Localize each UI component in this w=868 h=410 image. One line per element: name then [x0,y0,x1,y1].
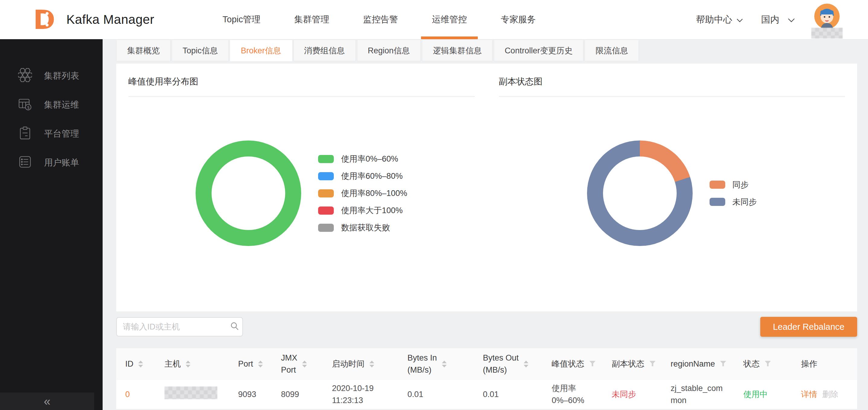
sort-icon[interactable] [138,361,143,368]
table-header-row: ID 主机 Port JMX Port 启动时间 Bytes In (MB/s) [116,348,857,380]
start-time-cell: 2020-10-19 11:23:13 [332,383,407,406]
leader-rebalance-button[interactable]: Leader Rebalance [760,317,857,337]
app-title: Kafka Manager [66,12,154,27]
sidebar-item-user-billing[interactable]: 用户账单 [0,148,103,177]
legend-item[interactable]: 使用率大于100% [318,205,407,216]
filter-icon[interactable] [765,360,771,369]
chevron-down-icon [788,14,795,25]
legend-swatch [710,180,725,189]
bytes-in-cell: 0.01 [407,388,483,400]
search-input[interactable] [123,322,230,332]
sidebar-item-cluster-list[interactable]: 集群列表 [0,62,103,91]
sort-icon[interactable] [442,361,447,368]
legend-item[interactable]: 使用率80%–100% [318,188,407,199]
column-header-port[interactable]: Port [238,358,281,370]
broker-id-link[interactable]: 0 [125,390,130,399]
column-header-jmx-port[interactable]: JMX Port [281,352,332,376]
nav-item-cluster[interactable]: 集群管理 [277,0,346,39]
detail-action-link[interactable]: 详情 [801,390,817,399]
peak-usage-donut-chart [195,140,301,246]
collapse-chevrons-icon: « [44,395,51,407]
top-header: D Kafka Manager Topic管理 集群管理 监 [0,0,868,39]
chart-title: 副本状态图 [499,76,845,88]
column-header-status[interactable]: 状态 [743,358,801,370]
nav-item-monitor[interactable]: 监控告警 [346,0,415,39]
nav-item-ops[interactable]: 运维管控 [415,0,484,39]
nav-item-topic[interactable]: Topic管理 [206,0,277,39]
delete-action-link[interactable]: 删除 [822,390,838,399]
legend-item[interactable]: 使用率0%–60% [318,153,407,164]
legend-item[interactable]: 数据获取失败 [318,222,407,233]
sidebar-item-cluster-ops[interactable]: $ 集群运维 [0,91,103,119]
tab-topic-info[interactable]: Topic信息 [172,40,229,61]
legend-label: 使用率0%–60% [341,153,398,164]
legend-item[interactable]: 同步 [710,179,757,190]
column-header-host[interactable]: 主机 [164,358,238,370]
region-label: 国内 [761,13,779,26]
peak-status-cell: 使用率 0%–60% [552,383,612,406]
tab-broker-info[interactable]: Broker信息 [230,40,292,61]
tab-controller-history[interactable]: Controller变更历史 [494,40,583,61]
sidebar-item-label: 用户账单 [44,157,79,169]
legend-item[interactable]: 未同步 [710,197,757,207]
search-icon[interactable] [230,321,239,332]
legend-swatch [318,155,334,163]
cluster-tabs: 集群概览 Topic信息 Broker信息 消费组信息 Region信息 逻辑集… [116,40,857,61]
peak-usage-legend: 使用率0%–60% 使用率60%–80% 使用率80%–100% 使用率大于10… [318,153,407,233]
sort-icon[interactable] [186,361,190,368]
region-selector[interactable]: 国内 [761,13,795,26]
column-header-bytes-out[interactable]: Bytes Out (MB/s) [483,352,552,376]
table-toolbar: Leader Rebalance [116,317,857,337]
sort-icon[interactable] [258,361,263,368]
tab-cluster-overview[interactable]: 集群概览 [116,40,170,61]
user-avatar[interactable] [813,0,841,39]
status-cell: 使用中 [743,388,801,400]
legend-item[interactable]: 使用率60%–80% [318,171,407,181]
legend-swatch [318,206,334,215]
replica-status-donut-chart [587,140,693,246]
host-redacted [164,386,217,399]
legend-label: 使用率大于100% [341,205,403,216]
column-header-bytes-in[interactable]: Bytes In (MB/s) [407,352,483,376]
sort-icon[interactable] [369,361,374,368]
sort-icon[interactable] [302,361,307,368]
column-header-start-time[interactable]: 启动时间 [332,358,407,370]
column-header-region-name[interactable]: regionName [671,358,743,370]
legend-label: 同步 [733,179,749,190]
sidebar: 集群列表 $ 集群运维 [0,39,103,410]
nav-item-expert[interactable]: 专家服务 [484,0,553,39]
filter-icon[interactable] [589,360,596,369]
port-cell: 9093 [238,388,281,400]
filter-icon[interactable] [720,360,726,369]
avatar-image [814,4,840,30]
legend-label: 未同步 [733,197,757,207]
replica-status-legend: 同步 未同步 [710,179,757,207]
user-name-redacted [811,28,843,39]
sidebar-collapse-button[interactable]: « [0,392,94,410]
region-name-cell: zj_stable_common [671,383,733,406]
legend-label: 数据获取失败 [341,222,390,233]
column-header-actions: 操作 [801,358,857,370]
tab-logic-cluster-info[interactable]: 逻辑集群信息 [422,40,493,61]
tab-region-info[interactable]: Region信息 [357,40,421,61]
sidebar-item-label: 集群运维 [44,99,79,111]
tab-consumer-group-info[interactable]: 消费组信息 [293,40,356,61]
legend-label: 使用率60%–80% [341,171,403,181]
legend-swatch [710,198,725,206]
sidebar-item-platform-admin[interactable]: 平台管理 [0,119,103,148]
chevron-down-icon [736,14,743,25]
column-header-peak-status[interactable]: 峰值状态 [552,358,612,370]
user-billing-icon [18,155,32,171]
help-center-menu[interactable]: 帮助中心 [696,13,743,26]
filter-icon[interactable] [649,360,656,369]
legend-label: 使用率80%–100% [341,188,407,199]
sort-icon[interactable] [524,361,528,368]
column-header-replica-status[interactable]: 副本状态 [612,358,671,370]
legend-swatch [318,189,334,198]
column-header-id[interactable]: ID [125,358,164,370]
replica-status-cell: 未同步 [612,388,671,400]
cluster-ops-icon: $ [18,97,32,113]
table-row: 0 9093 8099 2020-10-19 11:23:13 0.01 0.0… [116,380,857,409]
tab-throttle-info[interactable]: 限流信息 [585,40,639,61]
cluster-list-icon [18,68,32,84]
